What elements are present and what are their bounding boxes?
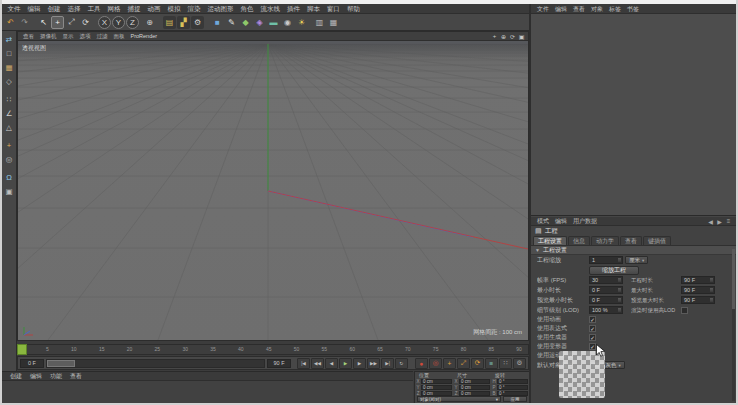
menu-item[interactable]: 运动图形 — [204, 4, 237, 14]
project-scale-field[interactable]: 1 — [589, 256, 623, 264]
display-mode-icon[interactable]: ▥ — [313, 16, 326, 29]
viewport-menu-item[interactable]: 过滤 — [94, 32, 111, 41]
object-manager-menu-item[interactable]: 标签 — [606, 4, 624, 14]
add-floor-icon[interactable]: ▬ — [267, 16, 280, 29]
add-cube-icon[interactable]: ■ — [211, 16, 224, 29]
menu-item[interactable]: 角色 — [237, 4, 257, 14]
maximize-view-icon[interactable]: ▣ — [517, 33, 526, 40]
timeline-ruler[interactable]: 051015202530354045505560657075808590 — [17, 344, 529, 355]
model-mode-icon[interactable]: □ — [4, 48, 15, 59]
y-axis-lock-icon[interactable]: Y — [112, 16, 125, 29]
points-mode-icon[interactable]: ∷ — [4, 94, 15, 105]
rotate-tool-icon[interactable]: ⟳ — [79, 16, 92, 29]
viewport-solo-icon[interactable]: ◎ — [4, 154, 15, 165]
size-field[interactable]: 0 cm — [459, 379, 490, 384]
value-field[interactable]: 0 F — [589, 286, 623, 294]
loop-button[interactable]: ↻ — [395, 358, 408, 369]
viewport-menu-item[interactable]: 显示 — [60, 32, 77, 41]
coordinate-mode-select[interactable]: 对象(相对)▾ — [417, 396, 501, 402]
scale-tool-icon[interactable]: ⤢ — [65, 16, 78, 29]
record-position-button[interactable]: + — [443, 358, 456, 369]
menu-item[interactable]: 网格 — [104, 4, 124, 14]
workplane-mode-icon[interactable]: ◇ — [4, 76, 15, 87]
texture-mode-icon[interactable]: ▦ — [4, 62, 15, 73]
viewport-menu-item[interactable]: 查看 — [20, 32, 37, 41]
add-generator-icon[interactable]: ◆ — [239, 16, 252, 29]
menu-item[interactable]: 模拟 — [164, 4, 184, 14]
object-manager-menu-item[interactable]: 对象 — [588, 4, 606, 14]
workplane-lock-icon[interactable]: ▣ — [4, 186, 15, 197]
next-key-button[interactable]: ▶▶ — [367, 358, 380, 369]
add-spline-icon[interactable]: ✎ — [225, 16, 238, 29]
prorender-menu[interactable]: ProRender — [128, 33, 161, 39]
record-keyframe-button[interactable]: ● — [415, 358, 428, 369]
attribute-menu-item[interactable]: 编辑 — [552, 217, 570, 226]
record-parameter-button[interactable]: ≡ — [485, 358, 498, 369]
material-menu-item[interactable]: 编辑 — [26, 372, 46, 381]
record-scale-button[interactable]: ⤢ — [457, 358, 470, 369]
object-manager-menu-item[interactable]: 查看 — [570, 4, 588, 14]
attribute-tab[interactable]: 查看 — [620, 236, 642, 245]
settings-group-header[interactable]: ▼ 工程设置 — [531, 246, 736, 255]
setting-checkbox[interactable]: ✓ — [589, 343, 596, 350]
position-field[interactable]: 0 cm — [421, 385, 452, 390]
value-field[interactable]: 90 F — [681, 286, 715, 294]
value-field[interactable]: 0 F — [589, 296, 623, 304]
add-camera-icon[interactable]: ◉ — [281, 16, 294, 29]
unit-select[interactable]: 厘米▾ — [625, 256, 648, 264]
end-frame-field[interactable]: 90 F — [267, 359, 291, 368]
setting-checkbox[interactable]: ✓ — [589, 316, 596, 323]
scale-project-button[interactable]: 缩放工程 — [589, 266, 639, 275]
history-forward-icon[interactable]: ▶ — [715, 218, 724, 225]
attribute-tab[interactable]: 键插值 — [643, 236, 671, 245]
viewport-menu-item[interactable]: 选项 — [77, 32, 94, 41]
material-menu-item[interactable]: 创建 — [6, 372, 26, 381]
attribute-tab[interactable]: 信息 — [568, 236, 590, 245]
setting-checkbox[interactable]: ✓ — [589, 325, 596, 332]
pan-view-icon[interactable]: + — [490, 33, 499, 40]
menu-item[interactable]: 渲染 — [184, 4, 204, 14]
rotate-view-icon[interactable]: ⟳ — [508, 33, 517, 40]
goto-start-button[interactable]: |◀ — [297, 358, 310, 369]
render-lod-checkbox[interactable] — [681, 307, 688, 314]
rotation-field[interactable]: 0 ° — [497, 391, 528, 396]
keyframe-settings-button[interactable]: ⚙ — [513, 358, 526, 369]
edges-mode-icon[interactable]: ∠ — [4, 108, 15, 119]
object-manager-menu-item[interactable]: 书签 — [624, 4, 642, 14]
viewport-canvas[interactable]: 透视视图 网格间距 : 100 cm — [18, 41, 528, 340]
lod-field[interactable]: 100 % — [589, 306, 623, 314]
render-settings-icon[interactable]: ⚙ — [191, 16, 204, 29]
attribute-tab[interactable]: 工程设置 — [533, 236, 567, 245]
position-field[interactable]: 0 cm — [421, 379, 452, 384]
menu-item[interactable]: 插件 — [284, 4, 304, 14]
attribute-scrollbar[interactable] — [732, 249, 735, 401]
timeline-slider[interactable] — [46, 359, 265, 368]
viewport-menu-item[interactable]: 摄像机 — [37, 32, 60, 41]
value-field[interactable]: 90 F — [681, 296, 715, 304]
menu-item[interactable]: 脚本 — [304, 4, 324, 14]
material-menu-item[interactable]: 功能 — [46, 372, 66, 381]
material-menu-item[interactable]: 查看 — [66, 372, 86, 381]
rotation-field[interactable]: 0 ° — [497, 379, 528, 384]
menu-item[interactable]: 捕捉 — [124, 4, 144, 14]
object-manager-list[interactable] — [531, 14, 736, 216]
value-field[interactable]: 90 F — [681, 276, 715, 284]
apply-button[interactable]: 应用 — [503, 396, 527, 402]
redo-icon[interactable]: ↷ — [18, 16, 31, 29]
attribute-tab[interactable]: 动力学 — [591, 236, 619, 245]
menu-item[interactable]: 编辑 — [24, 4, 44, 14]
goto-end-button[interactable]: ▶| — [381, 358, 394, 369]
render-view-icon[interactable]: ▤ — [163, 16, 176, 29]
play-button[interactable]: ▶ — [339, 358, 352, 369]
position-field[interactable]: 0 cm — [421, 391, 452, 396]
undo-icon[interactable]: ↶ — [4, 16, 17, 29]
viewport-menu-item[interactable]: 面板 — [111, 32, 128, 41]
record-pla-button[interactable]: ∷ — [499, 358, 512, 369]
history-back-icon[interactable]: ◀ — [706, 218, 715, 225]
menu-item[interactable]: 工具 — [84, 4, 104, 14]
size-field[interactable]: 0 cm — [459, 385, 490, 390]
autokey-button[interactable]: ◎ — [429, 358, 442, 369]
x-axis-lock-icon[interactable]: X — [98, 16, 111, 29]
menu-item[interactable]: 创建 — [44, 4, 64, 14]
material-list[interactable] — [2, 381, 413, 403]
